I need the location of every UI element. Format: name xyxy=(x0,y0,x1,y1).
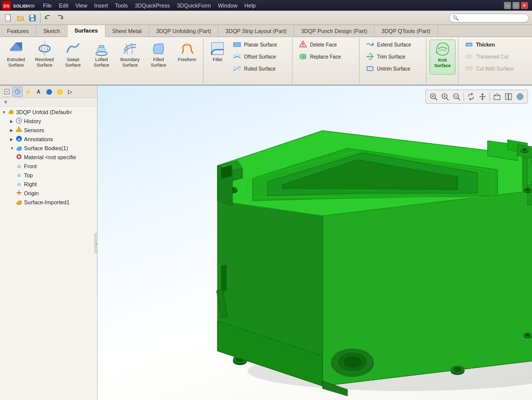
svg-point-110 xyxy=(526,334,530,336)
tree-item-annotations-label: Annotations xyxy=(24,136,53,142)
plane-front-icon xyxy=(16,162,22,170)
tab-sheet-metal[interactable]: Sheet Metal xyxy=(106,25,150,37)
tree-history-button[interactable] xyxy=(12,87,22,97)
cut-with-surface-button[interactable]: Cut With Surface xyxy=(462,63,522,74)
menu-help[interactable]: Help xyxy=(241,2,260,10)
tree-item-sensors[interactable]: ▶ ! Sensors xyxy=(0,126,97,135)
tab-sketch[interactable]: Sketch xyxy=(36,25,68,37)
svg-point-23 xyxy=(302,46,304,47)
tree-item-surface-bodies[interactable]: ▼ Surface Bodies(1) xyxy=(0,144,97,153)
tree-item-annotations[interactable]: ▶ A Annotations xyxy=(0,135,97,144)
menu-3dquickform[interactable]: 3DQuickForm xyxy=(174,2,214,10)
history-icon xyxy=(16,117,22,125)
tree-more-button[interactable]: ▷ xyxy=(65,87,75,97)
tree-item-front[interactable]: ▶ Front xyxy=(0,162,97,171)
svg-line-65 xyxy=(458,98,460,100)
menu-insert[interactable]: Insert xyxy=(90,2,112,10)
surface-bodies-icon xyxy=(16,144,22,152)
revolved-surface-button[interactable]: Revolved Surface xyxy=(31,40,58,69)
trim-surface-button[interactable]: Trim Surface xyxy=(363,51,423,62)
ribbon-content: Extruded Surface Revolved Surface xyxy=(0,37,532,85)
ribbon-group-extend: Extend Surface Trim Surface Untrim Surfa… xyxy=(360,38,426,84)
swept-surface-button[interactable]: Swept Surface xyxy=(60,40,86,69)
tree-item-surface-imported[interactable]: ▶ Surface-Imported1 xyxy=(0,198,97,207)
display-style-button[interactable] xyxy=(514,91,526,102)
menu-tools[interactable]: Tools xyxy=(112,2,132,10)
section-view-button[interactable] xyxy=(503,91,514,102)
tree-item-origin[interactable]: ▶ Origin xyxy=(0,189,97,198)
tab-3dqp-punch[interactable]: 3DQP Punch Design (Part) xyxy=(294,25,374,37)
sensor-icon: ! xyxy=(16,126,22,134)
tab-3dqp-qtools[interactable]: 3DQP QTools (Part) xyxy=(374,25,438,37)
delete-face-button[interactable]: Delete Face xyxy=(296,39,356,50)
tree-item-origin-label: Origin xyxy=(24,190,38,196)
tab-3dqp-strip[interactable]: 3DQP Strip Layout (Part) xyxy=(218,25,294,37)
solidworks-logo: DS SOLID WORKS xyxy=(2,1,34,10)
svg-line-57 xyxy=(435,98,437,100)
tab-surfaces[interactable]: Surfaces xyxy=(68,25,105,37)
extend-surface-button[interactable]: Extend Surface xyxy=(363,39,423,50)
collapse-tree-button[interactable] xyxy=(2,87,12,97)
search-box[interactable]: 🔍 xyxy=(449,14,529,23)
offset-surface-button[interactable]: Offset Surface xyxy=(230,51,290,62)
svg-rect-26 xyxy=(367,67,373,71)
close-button[interactable]: ✕ xyxy=(521,2,528,9)
menu-view[interactable]: View xyxy=(72,2,91,10)
lofted-surface-button[interactable]: Lofted Surface xyxy=(88,40,115,69)
tree-item-top-label: Top xyxy=(24,172,33,178)
planar-surface-button[interactable]: Planar Surface xyxy=(230,39,290,50)
tree-item-material[interactable]: ▶ Material <not specifie xyxy=(0,153,97,162)
tree-item-top[interactable]: ▶ Top xyxy=(0,171,97,180)
svg-point-16 xyxy=(182,47,184,49)
thickened-cut-button[interactable]: Thickened Cut xyxy=(462,51,522,62)
view-orient-button[interactable] xyxy=(492,91,502,102)
open-button[interactable] xyxy=(15,13,26,24)
menu-file[interactable]: File xyxy=(40,2,56,10)
redo-button[interactable] xyxy=(54,13,66,24)
plane-right-icon xyxy=(16,180,22,188)
annotation-icon: A xyxy=(16,135,22,143)
svg-point-107 xyxy=(526,189,530,191)
untrim-surface-button[interactable]: Untrim Surface xyxy=(363,63,423,74)
zoom-out-button[interactable] xyxy=(451,91,462,102)
tree-properties-button[interactable]: A xyxy=(34,87,44,97)
maximize-button[interactable]: □ xyxy=(512,2,520,9)
minimize-button[interactable]: ─ xyxy=(504,2,511,9)
zoom-to-fit-button[interactable] xyxy=(428,91,439,102)
save-button[interactable] xyxy=(27,13,38,24)
ribbon-group-thicken: Thicken Thickened Cut Cut With Surface xyxy=(459,38,525,84)
sidebar-toolbar: ⚡ A 🔵 🟡 ▷ xyxy=(0,86,97,98)
tab-features[interactable]: Features xyxy=(0,25,36,37)
tree-appearance-button[interactable]: 🟡 xyxy=(54,87,64,97)
menu-window[interactable]: Window xyxy=(214,2,241,10)
tree-item-root-label: 3DQP Unfold (Default< xyxy=(16,109,72,115)
thicken-button[interactable]: Thicken xyxy=(462,39,522,50)
freeform-button[interactable]: Freeform xyxy=(174,40,200,64)
menu-3dquickpress[interactable]: 3DQuickPress xyxy=(132,2,174,10)
tree-item-history-label: History xyxy=(24,118,41,124)
tab-3dqp-unfolding[interactable]: 3DQP Unfolding (Part) xyxy=(149,25,218,37)
fillet-button[interactable]: Fillet xyxy=(206,40,228,74)
tree-item-root[interactable]: ▼ 3DQP Unfold (Default< xyxy=(0,108,97,117)
tree-item-front-label: Front xyxy=(24,163,37,169)
knit-surface-button[interactable]: KnitSurface xyxy=(430,40,456,75)
svg-text:SOLID: SOLID xyxy=(13,4,27,9)
new-button[interactable] xyxy=(3,13,14,24)
ribbon-group-surfaces: Extruded Surface Revolved Surface xyxy=(2,38,204,84)
tree-item-sensors-label: Sensors xyxy=(24,127,44,133)
undo-button[interactable] xyxy=(42,13,54,24)
extruded-surface-button[interactable]: Extruded Surface xyxy=(2,40,30,69)
ruled-surface-button[interactable]: Ruled Surface xyxy=(230,63,290,74)
replace-face-button[interactable]: Replace Face xyxy=(296,51,356,62)
tree-item-history[interactable]: ▶ History xyxy=(0,117,97,126)
tree-display-button[interactable]: 🔵 xyxy=(44,87,54,97)
viewport[interactable] xyxy=(98,86,532,400)
tree-item-right[interactable]: ▶ Right xyxy=(0,180,97,189)
pan-button[interactable] xyxy=(477,91,488,102)
rotate-button[interactable] xyxy=(466,91,476,102)
tree-sensors-button[interactable]: ⚡ xyxy=(23,87,33,97)
menu-edit[interactable]: Edit xyxy=(56,2,72,10)
boundary-surface-button[interactable]: Boundary Surface xyxy=(116,40,144,69)
zoom-in-button[interactable] xyxy=(440,91,450,102)
filled-surface-button[interactable]: Filled Surface xyxy=(145,40,172,69)
